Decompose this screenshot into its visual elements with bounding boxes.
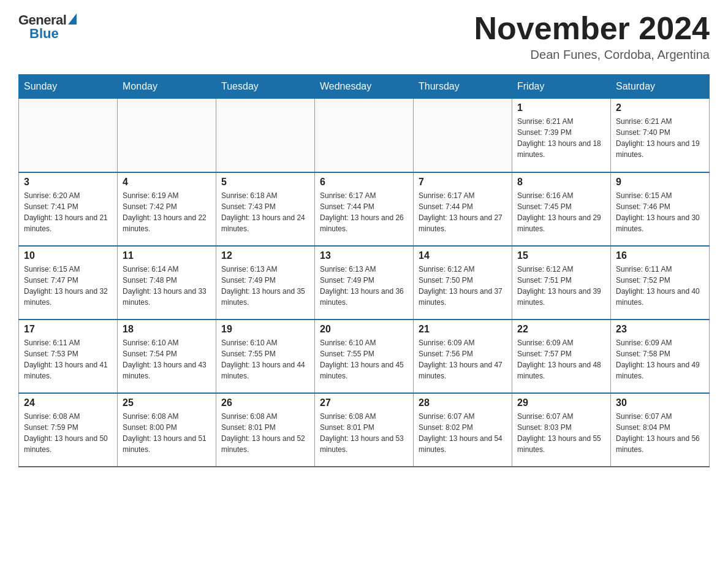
day-info: Sunrise: 6:08 AM Sunset: 8:01 PM Dayligh… xyxy=(221,411,309,455)
day-number: 1 xyxy=(517,102,605,113)
header-day-friday: Friday xyxy=(512,75,611,99)
calendar-cell: 9Sunrise: 6:15 AM Sunset: 7:46 PM Daylig… xyxy=(611,172,710,246)
week-row-5: 24Sunrise: 6:08 AM Sunset: 7:59 PM Dayli… xyxy=(19,393,710,467)
day-info: Sunrise: 6:17 AM Sunset: 7:44 PM Dayligh… xyxy=(419,190,507,234)
calendar-cell xyxy=(118,99,216,172)
calendar-cell: 11Sunrise: 6:14 AM Sunset: 7:48 PM Dayli… xyxy=(118,246,216,320)
calendar-cell: 2Sunrise: 6:21 AM Sunset: 7:40 PM Daylig… xyxy=(611,99,710,172)
day-number: 22 xyxy=(517,324,605,335)
day-number: 13 xyxy=(320,250,408,261)
day-info: Sunrise: 6:15 AM Sunset: 7:46 PM Dayligh… xyxy=(616,190,704,234)
day-info: Sunrise: 6:16 AM Sunset: 7:45 PM Dayligh… xyxy=(517,190,605,234)
header-day-tuesday: Tuesday xyxy=(216,75,315,99)
calendar-cell: 20Sunrise: 6:10 AM Sunset: 7:55 PM Dayli… xyxy=(315,320,414,393)
calendar-cell: 27Sunrise: 6:08 AM Sunset: 8:01 PM Dayli… xyxy=(315,393,414,467)
day-info: Sunrise: 6:08 AM Sunset: 8:00 PM Dayligh… xyxy=(123,411,211,455)
calendar-body: 1Sunrise: 6:21 AM Sunset: 7:39 PM Daylig… xyxy=(19,99,710,467)
day-info: Sunrise: 6:21 AM Sunset: 7:39 PM Dayligh… xyxy=(517,116,605,160)
day-info: Sunrise: 6:19 AM Sunset: 7:42 PM Dayligh… xyxy=(123,190,211,234)
header-day-wednesday: Wednesday xyxy=(315,75,414,99)
day-number: 25 xyxy=(123,397,211,408)
day-info: Sunrise: 6:10 AM Sunset: 7:55 PM Dayligh… xyxy=(221,337,309,381)
calendar-cell: 22Sunrise: 6:09 AM Sunset: 7:57 PM Dayli… xyxy=(512,320,611,393)
day-info: Sunrise: 6:15 AM Sunset: 7:47 PM Dayligh… xyxy=(24,264,112,308)
calendar-cell xyxy=(315,99,414,172)
day-number: 9 xyxy=(616,177,704,188)
day-info: Sunrise: 6:07 AM Sunset: 8:02 PM Dayligh… xyxy=(419,411,507,455)
day-info: Sunrise: 6:09 AM Sunset: 7:57 PM Dayligh… xyxy=(517,337,605,381)
page-header: General Blue November 2024 Dean Funes, C… xyxy=(18,12,710,62)
logo: General Blue xyxy=(18,12,77,42)
day-number: 17 xyxy=(24,324,112,335)
calendar-cell: 16Sunrise: 6:11 AM Sunset: 7:52 PM Dayli… xyxy=(611,246,710,320)
day-number: 7 xyxy=(419,177,507,188)
calendar-cell: 10Sunrise: 6:15 AM Sunset: 7:47 PM Dayli… xyxy=(19,246,118,320)
day-info: Sunrise: 6:17 AM Sunset: 7:44 PM Dayligh… xyxy=(320,190,408,234)
calendar-cell xyxy=(19,99,118,172)
day-number: 30 xyxy=(616,397,704,408)
calendar-cell: 6Sunrise: 6:17 AM Sunset: 7:44 PM Daylig… xyxy=(315,172,414,246)
calendar-cell: 5Sunrise: 6:18 AM Sunset: 7:43 PM Daylig… xyxy=(216,172,315,246)
calendar-cell: 7Sunrise: 6:17 AM Sunset: 7:44 PM Daylig… xyxy=(414,172,512,246)
calendar-table: SundayMondayTuesdayWednesdayThursdayFrid… xyxy=(18,74,710,467)
week-row-2: 3Sunrise: 6:20 AM Sunset: 7:41 PM Daylig… xyxy=(19,172,710,246)
header-row: SundayMondayTuesdayWednesdayThursdayFrid… xyxy=(19,75,710,99)
day-info: Sunrise: 6:14 AM Sunset: 7:48 PM Dayligh… xyxy=(123,264,211,308)
day-info: Sunrise: 6:11 AM Sunset: 7:52 PM Dayligh… xyxy=(616,264,704,308)
calendar-cell: 30Sunrise: 6:07 AM Sunset: 8:04 PM Dayli… xyxy=(611,393,710,467)
day-info: Sunrise: 6:11 AM Sunset: 7:53 PM Dayligh… xyxy=(24,337,112,381)
day-info: Sunrise: 6:09 AM Sunset: 7:58 PM Dayligh… xyxy=(616,337,704,381)
day-info: Sunrise: 6:20 AM Sunset: 7:41 PM Dayligh… xyxy=(24,190,112,234)
day-number: 28 xyxy=(419,397,507,408)
day-number: 19 xyxy=(221,324,309,335)
header-day-thursday: Thursday xyxy=(414,75,512,99)
week-row-3: 10Sunrise: 6:15 AM Sunset: 7:47 PM Dayli… xyxy=(19,246,710,320)
day-info: Sunrise: 6:07 AM Sunset: 8:03 PM Dayligh… xyxy=(517,411,605,455)
calendar-header: SundayMondayTuesdayWednesdayThursdayFrid… xyxy=(19,75,710,99)
day-info: Sunrise: 6:13 AM Sunset: 7:49 PM Dayligh… xyxy=(221,264,309,308)
month-title: November 2024 xyxy=(474,12,710,44)
calendar-cell: 8Sunrise: 6:16 AM Sunset: 7:45 PM Daylig… xyxy=(512,172,611,246)
header-day-monday: Monday xyxy=(118,75,216,99)
logo-blue-text: Blue xyxy=(29,26,59,42)
logo-triangle-icon xyxy=(68,13,77,25)
calendar-cell: 24Sunrise: 6:08 AM Sunset: 7:59 PM Dayli… xyxy=(19,393,118,467)
day-number: 15 xyxy=(517,250,605,261)
day-number: 4 xyxy=(123,177,211,188)
day-info: Sunrise: 6:13 AM Sunset: 7:49 PM Dayligh… xyxy=(320,264,408,308)
day-number: 24 xyxy=(24,397,112,408)
day-number: 5 xyxy=(221,177,309,188)
header-day-sunday: Sunday xyxy=(19,75,118,99)
calendar-cell: 4Sunrise: 6:19 AM Sunset: 7:42 PM Daylig… xyxy=(118,172,216,246)
day-number: 29 xyxy=(517,397,605,408)
calendar-cell: 21Sunrise: 6:09 AM Sunset: 7:56 PM Dayli… xyxy=(414,320,512,393)
day-info: Sunrise: 6:07 AM Sunset: 8:04 PM Dayligh… xyxy=(616,411,704,455)
header-day-saturday: Saturday xyxy=(611,75,710,99)
calendar-cell: 17Sunrise: 6:11 AM Sunset: 7:53 PM Dayli… xyxy=(19,320,118,393)
calendar-cell xyxy=(216,99,315,172)
day-info: Sunrise: 6:12 AM Sunset: 7:50 PM Dayligh… xyxy=(419,264,507,308)
week-row-4: 17Sunrise: 6:11 AM Sunset: 7:53 PM Dayli… xyxy=(19,320,710,393)
calendar-cell: 12Sunrise: 6:13 AM Sunset: 7:49 PM Dayli… xyxy=(216,246,315,320)
calendar-cell: 19Sunrise: 6:10 AM Sunset: 7:55 PM Dayli… xyxy=(216,320,315,393)
day-number: 27 xyxy=(320,397,408,408)
day-number: 14 xyxy=(419,250,507,261)
day-number: 18 xyxy=(123,324,211,335)
day-number: 10 xyxy=(24,250,112,261)
day-number: 26 xyxy=(221,397,309,408)
day-number: 12 xyxy=(221,250,309,261)
day-number: 6 xyxy=(320,177,408,188)
title-area: November 2024 Dean Funes, Cordoba, Argen… xyxy=(474,12,710,62)
day-info: Sunrise: 6:10 AM Sunset: 7:55 PM Dayligh… xyxy=(320,337,408,381)
calendar-cell: 26Sunrise: 6:08 AM Sunset: 8:01 PM Dayli… xyxy=(216,393,315,467)
calendar-cell: 23Sunrise: 6:09 AM Sunset: 7:58 PM Dayli… xyxy=(611,320,710,393)
calendar-cell: 13Sunrise: 6:13 AM Sunset: 7:49 PM Dayli… xyxy=(315,246,414,320)
day-info: Sunrise: 6:21 AM Sunset: 7:40 PM Dayligh… xyxy=(616,116,704,160)
day-number: 11 xyxy=(123,250,211,261)
day-info: Sunrise: 6:12 AM Sunset: 7:51 PM Dayligh… xyxy=(517,264,605,308)
calendar-cell: 29Sunrise: 6:07 AM Sunset: 8:03 PM Dayli… xyxy=(512,393,611,467)
calendar-cell: 15Sunrise: 6:12 AM Sunset: 7:51 PM Dayli… xyxy=(512,246,611,320)
day-number: 3 xyxy=(24,177,112,188)
calendar-cell: 3Sunrise: 6:20 AM Sunset: 7:41 PM Daylig… xyxy=(19,172,118,246)
calendar-cell: 25Sunrise: 6:08 AM Sunset: 8:00 PM Dayli… xyxy=(118,393,216,467)
